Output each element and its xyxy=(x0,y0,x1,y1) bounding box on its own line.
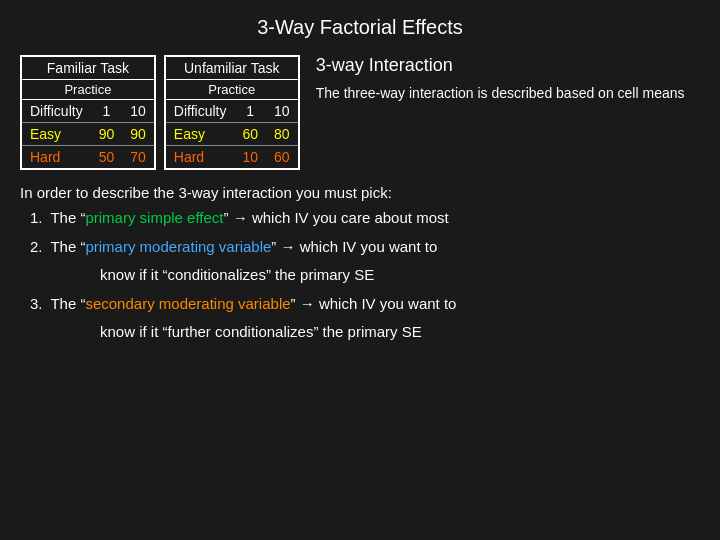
familiar-hard-10: 70 xyxy=(122,146,154,169)
unfamiliar-table: Unfamiliar Task Practice Difficulty 1 10… xyxy=(164,55,300,170)
familiar-table-header: Familiar Task xyxy=(22,57,154,80)
list-item-1: 1. The “primary simple effect” → which I… xyxy=(20,207,700,230)
top-section: Familiar Task Practice Difficulty 1 10 E… xyxy=(20,55,700,170)
familiar-col-1: 1 xyxy=(91,100,123,123)
unfamiliar-col-1: 1 xyxy=(234,100,266,123)
list-item-2-highlight: primary moderating variable xyxy=(85,238,271,255)
interaction-title: 3-way Interaction xyxy=(316,55,700,76)
list-item-2-suffix: ” → which IV you want to xyxy=(271,238,437,255)
interaction-box: 3-way Interaction The three-way interact… xyxy=(316,55,700,104)
familiar-col-difficulty: Difficulty xyxy=(22,100,91,123)
familiar-easy-1: 90 xyxy=(91,123,123,146)
familiar-easy-label: Easy xyxy=(22,123,91,146)
bottom-section: In order to describe the 3-way interacti… xyxy=(20,184,700,344)
list-item-2: 2. The “primary moderating variable” → w… xyxy=(20,236,700,259)
unfamiliar-hard-1: 10 xyxy=(234,146,266,169)
list-item-3-suffix: ” → which IV you want to xyxy=(291,295,457,312)
list-item-2-prefix: The “ xyxy=(50,238,85,255)
familiar-col-10: 10 xyxy=(122,100,154,123)
unfamiliar-hard-label: Hard xyxy=(166,146,235,169)
unfamiliar-hard-10: 60 xyxy=(266,146,298,169)
list-item-3: 3. The “secondary moderating variable” →… xyxy=(20,293,700,316)
unfamiliar-practice-label: Practice xyxy=(166,80,298,100)
unfamiliar-easy-10: 80 xyxy=(266,123,298,146)
familiar-hard-1: 50 xyxy=(91,146,123,169)
page-title: 3-Way Factorial Effects xyxy=(20,16,700,39)
familiar-easy-10: 90 xyxy=(122,123,154,146)
familiar-table: Familiar Task Practice Difficulty 1 10 E… xyxy=(20,55,156,170)
familiar-practice-label: Practice xyxy=(22,80,154,100)
list-item-1-num: 1. xyxy=(30,209,43,226)
list-item-3-sub: know if it “further conditionalizes” the… xyxy=(20,321,700,344)
unfamiliar-easy-1: 60 xyxy=(234,123,266,146)
list-item-3-num: 3. xyxy=(30,295,43,312)
list-item-3-prefix: The “ xyxy=(50,295,85,312)
tables-section: Familiar Task Practice Difficulty 1 10 E… xyxy=(20,55,300,170)
familiar-hard-label: Hard xyxy=(22,146,91,169)
unfamiliar-col-10: 10 xyxy=(266,100,298,123)
list-item-1-prefix: The “ xyxy=(50,209,85,226)
list-item-2-num: 2. xyxy=(30,238,43,255)
unfamiliar-table-header: Unfamiliar Task xyxy=(166,57,298,80)
list-item-1-suffix: ” → which IV you care about most xyxy=(224,209,449,226)
page-container: 3-Way Factorial Effects Familiar Task Pr… xyxy=(0,0,720,540)
list-item-2-sub: know if it “conditionalizes” the primary… xyxy=(20,264,700,287)
unfamiliar-easy-label: Easy xyxy=(166,123,235,146)
list-item-3-highlight: secondary moderating variable xyxy=(85,295,290,312)
intro-line: In order to describe the 3-way interacti… xyxy=(20,184,700,201)
interaction-description: The three-way interaction is described b… xyxy=(316,84,700,104)
list-item-1-highlight: primary simple effect xyxy=(85,209,223,226)
unfamiliar-col-difficulty: Difficulty xyxy=(166,100,235,123)
